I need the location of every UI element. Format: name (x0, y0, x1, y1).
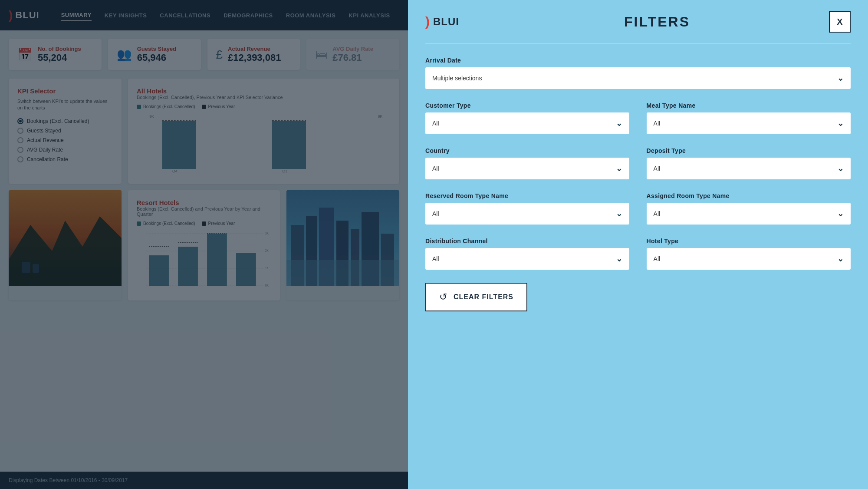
customer-type-col: Customer Type All ⌄ (425, 102, 629, 134)
clear-filters-icon: ↺ (439, 291, 447, 303)
filters-body: Arrival Date Multiple selections ⌄ Custo… (408, 44, 868, 324)
meal-type-chevron: ⌄ (837, 119, 844, 128)
filters-panel-title: FILTERS (624, 14, 690, 30)
country-deposit-row: Country All ⌄ Deposit Type All ⌄ (425, 147, 851, 179)
distribution-channel-chevron: ⌄ (616, 254, 622, 264)
filters-logo-text: BLUI (433, 16, 459, 28)
country-chevron: ⌄ (616, 164, 622, 173)
country-select[interactable]: All ⌄ (425, 158, 629, 179)
assigned-room-chevron: ⌄ (837, 209, 844, 218)
hotel-type-value: All (654, 255, 661, 262)
distribution-channel-value: All (432, 255, 439, 262)
deposit-type-value: All (654, 165, 661, 172)
customer-type-chevron: ⌄ (616, 119, 622, 128)
filters-header: ) BLUI FILTERS X (408, 0, 868, 43)
customer-type-label: Customer Type (425, 102, 629, 109)
meal-type-col: Meal Type Name All ⌄ (647, 102, 851, 134)
filters-panel: ) BLUI FILTERS X Arrival Date Multiple s… (408, 0, 868, 489)
reserved-room-select[interactable]: All ⌄ (425, 203, 629, 225)
deposit-type-select[interactable]: All ⌄ (647, 158, 851, 179)
room-type-row: Reserved Room Type Name All ⌄ Assigned R… (425, 192, 851, 225)
customer-type-value: All (432, 120, 439, 127)
customer-meal-row: Customer Type All ⌄ Meal Type Name All ⌄ (425, 102, 851, 134)
channel-hotel-row: Distribution Channel All ⌄ Hotel Type Al… (425, 238, 851, 270)
hotel-type-col: Hotel Type All ⌄ (647, 238, 851, 270)
reserved-room-value: All (432, 210, 439, 217)
arrival-date-select[interactable]: Multiple selections ⌄ (425, 67, 851, 89)
country-value: All (432, 165, 439, 172)
hotel-type-chevron: ⌄ (837, 254, 844, 264)
customer-type-select[interactable]: All ⌄ (425, 112, 629, 134)
country-col: Country All ⌄ (425, 147, 629, 179)
dashboard-overlay (0, 0, 408, 489)
assigned-room-label: Assigned Room Type Name (647, 192, 851, 199)
arrival-date-chevron: ⌄ (837, 73, 844, 83)
clear-filters-label: CLEAR FILTERS (454, 293, 513, 301)
reserved-room-col: Reserved Room Type Name All ⌄ (425, 192, 629, 225)
arrival-date-value: Multiple selections (432, 75, 482, 82)
clear-filters-button[interactable]: ↺ CLEAR FILTERS (425, 283, 527, 311)
filters-logo: ) BLUI (425, 14, 459, 29)
country-label: Country (425, 147, 629, 154)
assigned-room-value: All (654, 210, 661, 217)
distribution-channel-select[interactable]: All ⌄ (425, 248, 629, 270)
arrival-date-filter: Arrival Date Multiple selections ⌄ (425, 57, 851, 89)
distribution-channel-col: Distribution Channel All ⌄ (425, 238, 629, 270)
reserved-room-label: Reserved Room Type Name (425, 192, 629, 199)
meal-type-value: All (654, 120, 661, 127)
assigned-room-select[interactable]: All ⌄ (647, 203, 851, 225)
deposit-type-chevron: ⌄ (837, 164, 844, 173)
filters-close-button[interactable]: X (829, 11, 851, 33)
filters-logo-icon: ) (425, 14, 430, 29)
hotel-type-label: Hotel Type (647, 238, 851, 244)
meal-type-label: Meal Type Name (647, 102, 851, 109)
hotel-type-select[interactable]: All ⌄ (647, 248, 851, 270)
meal-type-select[interactable]: All ⌄ (647, 112, 851, 134)
reserved-room-chevron: ⌄ (616, 209, 622, 218)
assigned-room-col: Assigned Room Type Name All ⌄ (647, 192, 851, 225)
deposit-type-label: Deposit Type (647, 147, 851, 154)
deposit-type-col: Deposit Type All ⌄ (647, 147, 851, 179)
arrival-date-label: Arrival Date (425, 57, 851, 64)
distribution-channel-label: Distribution Channel (425, 238, 629, 244)
